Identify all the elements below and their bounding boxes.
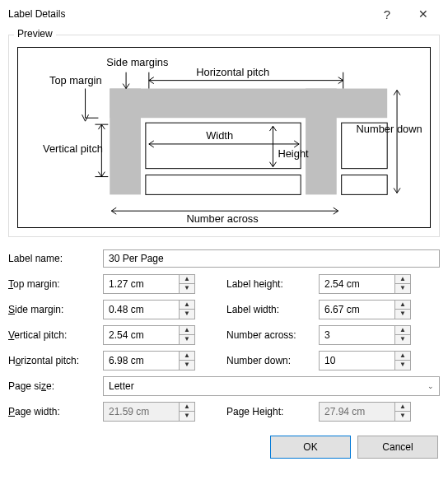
top-margin-label: Top margin: — [8, 278, 103, 290]
label-name-label: Label name: — [8, 253, 103, 264]
window-title: Label Details — [8, 8, 65, 20]
spin-up-icon: ▲ — [180, 403, 194, 412]
side-margin-label: Side margin: — [8, 304, 103, 315]
help-icon: ? — [384, 7, 390, 21]
help-button[interactable]: ? — [369, 2, 405, 26]
svg-text:Height: Height — [278, 147, 309, 160]
spin-down-icon[interactable]: ▼ — [180, 309, 194, 319]
svg-rect-0 — [110, 89, 387, 119]
label-name-input[interactable] — [103, 249, 440, 268]
spin-down-icon[interactable]: ▼ — [395, 334, 410, 344]
spin-down-icon[interactable]: ▼ — [395, 309, 410, 319]
vertical-pitch-label: Vertical pitch: — [8, 329, 103, 341]
page-height-input: 27.94 cm▲▼ — [319, 402, 411, 422]
page-width-label: Page width: — [8, 406, 103, 417]
label-width-input[interactable]: 6.67 cm▲▼ — [319, 300, 411, 319]
close-button[interactable]: ✕ — [405, 2, 441, 26]
spin-up-icon[interactable]: ▲ — [395, 275, 410, 284]
ok-button[interactable]: OK — [270, 436, 351, 459]
svg-text:Side margins: Side margins — [106, 56, 168, 68]
number-across-input[interactable]: 3▲▼ — [319, 325, 411, 345]
spin-up-icon[interactable]: ▲ — [180, 301, 194, 310]
horizontal-pitch-input[interactable]: 6.98 cm▲▼ — [103, 351, 195, 370]
number-across-label: Number across: — [226, 329, 319, 341]
page-width-input: 21.59 cm▲▼ — [103, 402, 195, 422]
svg-text:Number across: Number across — [186, 212, 258, 225]
svg-text:Width: Width — [206, 129, 233, 142]
cancel-button[interactable]: Cancel — [357, 436, 438, 459]
page-height-label: Page Height: — [226, 406, 319, 417]
spin-down-icon[interactable]: ▼ — [395, 283, 410, 293]
horizontal-pitch-label: Horizontal pitch: — [8, 355, 103, 366]
preview-label: Preview — [14, 28, 56, 40]
svg-rect-2 — [306, 89, 337, 195]
spin-down-icon: ▼ — [180, 411, 194, 421]
spin-down-icon[interactable]: ▼ — [180, 334, 194, 344]
spin-up-icon[interactable]: ▲ — [395, 352, 410, 361]
spin-up-icon[interactable]: ▲ — [180, 275, 194, 284]
form-area: Label name: Top margin: 1.27 cm▲▼ Label … — [8, 245, 440, 424]
preview-diagram: Top margin Side margins Horizontal pitch — [17, 47, 431, 228]
top-margin-input[interactable]: 1.27 cm▲▼ — [103, 274, 195, 294]
page-size-value: Letter — [104, 380, 422, 392]
number-down-label: Number down: — [226, 355, 319, 366]
svg-rect-6 — [342, 175, 387, 195]
preview-group: Preview Top margin Side margins — [8, 35, 440, 237]
dialog-buttons: OK Cancel — [0, 436, 438, 459]
spin-up-icon[interactable]: ▲ — [395, 326, 410, 335]
spin-up-icon[interactable]: ▲ — [395, 301, 410, 310]
close-icon: ✕ — [418, 7, 428, 21]
label-width-label: Label width: — [226, 304, 319, 315]
side-margin-input[interactable]: 0.48 cm▲▼ — [103, 300, 195, 319]
svg-text:Horizontal pitch: Horizontal pitch — [196, 66, 269, 78]
svg-text:Number down: Number down — [357, 123, 422, 135]
vertical-pitch-input[interactable]: 2.54 cm▲▼ — [103, 325, 195, 345]
svg-text:Top margin: Top margin — [49, 74, 102, 86]
page-size-combo[interactable]: Letter ⌄ — [103, 376, 440, 396]
label-height-label: Label height: — [226, 278, 319, 290]
spin-down-icon[interactable]: ▼ — [180, 283, 194, 293]
spin-down-icon: ▼ — [395, 411, 410, 421]
svg-text:Vertical pitch: Vertical pitch — [43, 142, 103, 155]
chevron-down-icon: ⌄ — [422, 382, 439, 390]
svg-rect-1 — [110, 89, 141, 195]
number-down-input[interactable]: 10▲▼ — [319, 351, 411, 370]
spin-up-icon: ▲ — [395, 403, 410, 412]
spin-up-icon[interactable]: ▲ — [180, 352, 194, 361]
spin-down-icon[interactable]: ▼ — [395, 360, 410, 370]
spin-down-icon[interactable]: ▼ — [180, 360, 194, 370]
spin-up-icon[interactable]: ▲ — [180, 326, 194, 335]
svg-rect-4 — [146, 175, 301, 195]
label-height-input[interactable]: 2.54 cm▲▼ — [319, 274, 411, 294]
page-size-label: Page size: — [8, 380, 103, 392]
titlebar: Label Details ? ✕ — [0, 0, 448, 28]
